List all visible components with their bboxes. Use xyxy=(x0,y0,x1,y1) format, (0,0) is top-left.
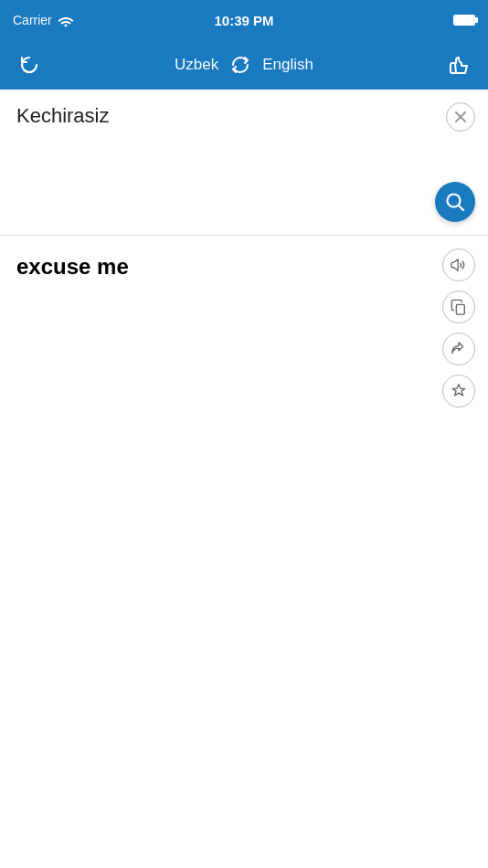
translation-area: excuse me xyxy=(0,236,488,418)
history-button[interactable] xyxy=(15,50,44,79)
swap-button[interactable] xyxy=(228,52,253,78)
source-language[interactable]: Uzbek xyxy=(175,56,218,74)
clear-button[interactable] xyxy=(446,102,475,132)
close-icon xyxy=(455,111,466,122)
copy-icon xyxy=(451,299,467,315)
svg-rect-4 xyxy=(456,304,464,314)
carrier-label: Carrier xyxy=(13,13,52,27)
speaker-icon xyxy=(451,257,467,273)
input-text[interactable]: Kechirasiz xyxy=(16,104,437,141)
swap-icon xyxy=(229,54,251,76)
svg-line-3 xyxy=(459,206,463,210)
copy-button[interactable] xyxy=(442,291,475,323)
search-button[interactable] xyxy=(435,182,475,222)
speaker-button[interactable] xyxy=(442,249,475,281)
favorite-button[interactable] xyxy=(442,375,475,408)
nav-bar: Uzbek English xyxy=(0,40,488,90)
share-icon xyxy=(451,341,467,357)
search-icon xyxy=(445,192,465,212)
status-bar-right xyxy=(453,15,475,26)
status-bar-left: Carrier xyxy=(13,13,74,27)
battery-icon xyxy=(453,15,475,26)
status-bar: Carrier 10:39 PM xyxy=(0,0,488,40)
thumbs-up-icon xyxy=(447,53,471,77)
target-language[interactable]: English xyxy=(262,56,313,74)
like-button[interactable] xyxy=(444,50,473,79)
language-selector: Uzbek English xyxy=(175,52,313,78)
star-icon xyxy=(451,383,467,399)
share-button[interactable] xyxy=(442,333,475,365)
input-area: Kechirasiz xyxy=(0,90,488,236)
history-icon xyxy=(17,53,41,77)
time-display: 10:39 PM xyxy=(214,13,273,28)
action-buttons xyxy=(442,249,475,408)
translation-text: excuse me xyxy=(16,254,433,280)
wifi-icon xyxy=(58,14,74,26)
